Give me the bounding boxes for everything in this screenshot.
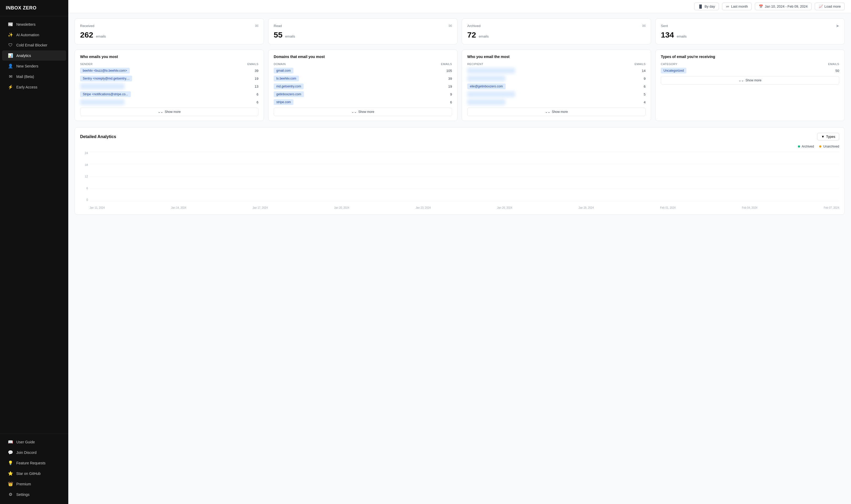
stat-label: Sent (661, 24, 668, 28)
domains-card: Domains that email you most Domain Email… (268, 50, 458, 121)
stat-unit: emails (677, 34, 687, 38)
settings-icon: ⚙ (8, 492, 13, 497)
show-more-senders-button[interactable]: ⌄⌄ Show more (80, 108, 259, 116)
analytics-icon: 📊 (8, 53, 13, 58)
sidebar-item-premium[interactable]: 👑 Premium (2, 479, 66, 489)
sender-label: Sentry <noreply@md.getsentry.... (80, 76, 132, 82)
col-recipient: Recipient (467, 62, 483, 66)
table-row: BLURRED SENDER NAME 13 (80, 84, 259, 89)
sidebar-item-analytics[interactable]: 📊 Analytics (2, 50, 66, 61)
chart-legend: Archived Unarchived (80, 145, 839, 148)
table-row: elie@getinboxzero.com 6 (467, 84, 645, 89)
col-sender: Sender (80, 62, 93, 66)
by-day-button[interactable]: ▐▌ By day (694, 3, 719, 10)
y-label: 12 (80, 175, 88, 178)
types-filter-button[interactable]: ▼ Types (817, 133, 839, 141)
legend-unarchived-label: Unarchived (823, 145, 839, 148)
email-count: 6 (644, 85, 645, 88)
domain-label: stripe.com (274, 99, 294, 105)
sidebar-item-newsletters[interactable]: 📰 Newsletters (2, 19, 66, 30)
sidebar-item-join-discord[interactable]: 💬 Join Discord (2, 447, 66, 457)
sidebar-item-label: Premium (16, 482, 31, 486)
calendar-icon: 📅 (759, 4, 763, 8)
load-more-button[interactable]: 📈 Load more (815, 3, 845, 10)
stat-read: Read ✉ 55 emails (268, 18, 458, 44)
sidebar-item-ai-automation[interactable]: ✨ AI Automation (2, 30, 66, 40)
legend-unarchived: Unarchived (819, 145, 839, 148)
stat-number: 72 (467, 31, 476, 39)
stat-number: 262 (80, 31, 93, 39)
email-count: 19 (448, 85, 452, 88)
card-title: Who emails you most (80, 55, 259, 59)
archive-icon: ✉ (642, 23, 645, 28)
email-count: 39 (448, 77, 452, 80)
last-month-button[interactable]: ≔ Last month (722, 3, 752, 10)
chevron-down-icon: ⌄⌄ (158, 110, 163, 114)
table-row: Sentry <noreply@md.getsentry.... 19 (80, 76, 259, 82)
email-count: 4 (644, 100, 645, 104)
sidebar-item-user-guide[interactable]: 📖 User Guide (2, 437, 66, 447)
sidebar-item-label: AI Automation (16, 33, 39, 37)
read-icon: ✉ (449, 23, 452, 28)
main-content: ▐▌ By day ≔ Last month 📅 Jan 10, 2024 - … (68, 0, 851, 504)
recipient-label-blurred: BLURRED RECIPIENT NAME (467, 68, 515, 73)
sidebar-item-label: Cold Email Blocker (16, 43, 47, 47)
early-access-icon: ⚡ (8, 85, 13, 90)
crown-icon: 👑 (8, 482, 13, 486)
col-domain: Domain (274, 62, 286, 66)
sidebar-item-cold-email[interactable]: 🛡 Cold Email Blocker (2, 40, 66, 50)
card-title: Who you email the most (467, 55, 645, 59)
sidebar-item-label: Settings (16, 492, 30, 497)
stat-label: Archived (467, 24, 481, 28)
email-count: 5 (644, 92, 645, 96)
date-range-label: Jan 10, 2024 - Feb 09, 2024 (765, 4, 808, 8)
table-row: md.getsentry.com 19 (274, 84, 452, 89)
newsletters-icon: 📰 (8, 22, 13, 27)
idea-icon: 💡 (8, 461, 13, 465)
sidebar-item-star-github[interactable]: ⭐ Star on GitHub (2, 468, 66, 479)
card-title: Types of email you're receiving (661, 55, 839, 59)
by-day-label: By day (705, 4, 715, 8)
sidebar-item-label: Analytics (16, 54, 31, 58)
chart-bars (90, 151, 839, 201)
last-month-label: Last month (731, 4, 748, 8)
sidebar-item-label: User Guide (16, 440, 35, 444)
inbox-icon: ✉ (255, 23, 259, 28)
sidebar-item-settings[interactable]: ⚙ Settings (2, 489, 66, 500)
stat-number: 134 (661, 31, 674, 39)
x-label: Jan 26, 2024 (497, 206, 512, 209)
sidebar-item-label: Feature Requests (16, 461, 46, 465)
stats-grid: Received ✉ 262 emails Read ✉ 55 emails (75, 18, 845, 44)
sidebar-item-early-access[interactable]: ⚡ Early Access (2, 82, 66, 92)
email-count: 39 (255, 69, 259, 73)
app-logo: INBOX ZERO (0, 0, 68, 16)
email-count: 6 (256, 92, 259, 96)
y-label: 0 (80, 198, 88, 201)
chart-container: 24 18 12 6 0 Jan 11, 2024 Jan 1 (80, 151, 839, 209)
show-more-recipients-button[interactable]: ⌄⌄ Show more (467, 108, 645, 116)
sidebar-item-new-senders[interactable]: 👤 New Senders (2, 61, 66, 71)
stat-header: Archived ✉ (467, 23, 645, 28)
table-header: Recipient Emails (467, 62, 645, 66)
y-label: 24 (80, 151, 88, 155)
show-more-label: Show more (745, 78, 761, 82)
chart-icon: 📈 (819, 4, 823, 8)
stat-header: Read ✉ (274, 23, 452, 28)
table-header: Domain Emails (274, 62, 452, 66)
sidebar-item-label: Mail (Beta) (16, 75, 34, 79)
sidebar-nav: 📰 Newsletters ✨ AI Automation 🛡 Cold Ema… (0, 16, 68, 434)
chevron-down-icon: ⌄⌄ (739, 78, 744, 82)
show-more-types-button[interactable]: ⌄⌄ Show more (661, 76, 839, 85)
filter-icon: ▼ (821, 135, 825, 139)
show-more-domains-button[interactable]: ⌄⌄ Show more (274, 108, 452, 116)
sidebar-item-mail-beta[interactable]: ✉ Mail (Beta) (2, 71, 66, 82)
sender-label: beehiiv <buzz@tx.beehiiv.com> (80, 68, 130, 73)
archived-dot (798, 145, 800, 147)
table-header: Category Emails (661, 62, 839, 66)
table-row: tx.beehiiv.com 39 (274, 76, 452, 82)
stat-label: Received (80, 24, 94, 28)
recipient-label-blurred: BLURRED RECIPIENT NAME (467, 91, 515, 97)
sidebar-item-feature-requests[interactable]: 💡 Feature Requests (2, 458, 66, 468)
date-range-button[interactable]: 📅 Jan 10, 2024 - Feb 09, 2024 (755, 3, 811, 10)
table-header: Sender Emails (80, 62, 259, 66)
